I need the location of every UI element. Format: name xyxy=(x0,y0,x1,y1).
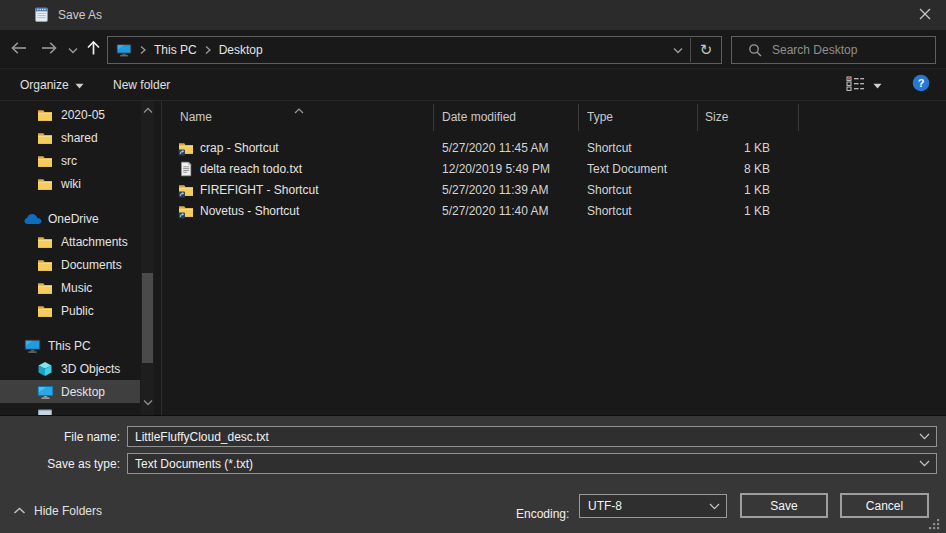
column-header-type[interactable]: Type xyxy=(578,101,697,133)
breadcrumb-chevron-icon xyxy=(204,45,212,55)
sidebar-item[interactable]: src xyxy=(0,149,140,172)
scroll-up-icon[interactable] xyxy=(142,107,153,117)
file-row[interactable]: Novetus - Shortcut 5/27/2020 11:40 AM Sh… xyxy=(165,200,946,221)
close-button[interactable] xyxy=(909,4,941,27)
window-title: Save As xyxy=(58,8,102,22)
back-arrow-icon xyxy=(9,40,29,59)
folder-icon xyxy=(37,303,55,319)
notepad-icon xyxy=(33,6,50,23)
refresh-button[interactable]: ↻ xyxy=(691,37,721,63)
sidebar-item[interactable]: wiki xyxy=(0,172,140,195)
svg-text:?: ? xyxy=(918,77,925,89)
chevron-down-icon[interactable] xyxy=(912,433,936,440)
folder-icon xyxy=(37,107,55,123)
sidebar-item[interactable]: 2020-05 xyxy=(0,103,140,126)
file-row[interactable]: delta reach todo.txt 12/20/2019 5:49 PM … xyxy=(165,158,946,179)
sidebar-item[interactable]: Attachments xyxy=(0,230,140,253)
forward-button[interactable] xyxy=(36,41,62,57)
folder-shortcut-icon xyxy=(178,140,194,156)
file-row[interactable]: crap - Shortcut 5/27/2020 11:45 AM Short… xyxy=(165,137,946,158)
file-date-modified: 5/27/2020 11:45 AM xyxy=(433,137,578,158)
content-area: 2020-05 shared src wiki OneDrive xyxy=(0,101,946,415)
file-date-modified: 5/27/2020 11:40 AM xyxy=(433,200,578,221)
breadcrumb-chevron-icon xyxy=(139,45,147,55)
folder-icon xyxy=(37,234,55,250)
desktop-icon xyxy=(37,384,55,400)
titlebar: Save As xyxy=(0,0,946,30)
breadcrumb-this-pc[interactable]: This PC xyxy=(154,43,197,57)
sidebar-item[interactable]: shared xyxy=(0,126,140,149)
view-options-button[interactable] xyxy=(846,75,882,95)
search-box[interactable] xyxy=(731,36,936,64)
sidebar-item[interactable]: Public xyxy=(0,299,140,322)
sidebar-item[interactable]: Music xyxy=(0,276,140,299)
file-size: 1 KB xyxy=(697,179,798,200)
folder-shortcut-icon xyxy=(178,203,194,219)
sidebar-item[interactable]: Documents xyxy=(0,253,140,276)
chevron-down-icon xyxy=(68,43,78,57)
pane-divider xyxy=(161,101,162,415)
save-button[interactable]: Save xyxy=(740,493,828,518)
chevron-down-icon[interactable] xyxy=(702,503,726,510)
hide-folders-button[interactable]: Hide Folders xyxy=(13,504,102,518)
search-input[interactable] xyxy=(770,42,929,58)
up-button[interactable] xyxy=(84,40,102,58)
column-divider[interactable] xyxy=(697,104,698,131)
file-name: delta reach todo.txt xyxy=(200,162,302,176)
navigation-pane: 2020-05 shared src wiki OneDrive xyxy=(0,101,162,415)
file-name-input[interactable] xyxy=(128,430,912,444)
sidebar-item[interactable]: OneDrive xyxy=(0,207,140,230)
column-header-date-modified[interactable]: Date modified xyxy=(433,101,578,133)
recent-locations-button[interactable] xyxy=(66,46,80,54)
chevron-down-icon[interactable] xyxy=(912,460,936,467)
chevron-down-icon xyxy=(673,43,683,57)
folder-icon xyxy=(37,280,55,296)
folder-icon xyxy=(37,176,55,192)
breadcrumb-desktop[interactable]: Desktop xyxy=(219,43,263,57)
folder-icon xyxy=(37,130,55,146)
help-icon: ? xyxy=(912,74,930,95)
file-name: Novetus - Shortcut xyxy=(200,204,299,218)
cancel-button[interactable]: Cancel xyxy=(840,493,929,518)
file-type: Shortcut xyxy=(578,179,697,200)
file-name-field[interactable] xyxy=(127,426,937,447)
search-icon xyxy=(748,43,762,57)
this-pc-icon xyxy=(116,42,132,58)
sidebar-item[interactable] xyxy=(0,403,140,415)
encoding-select[interactable]: UTF-8 xyxy=(579,494,727,518)
sidebar-scrollbar-thumb[interactable] xyxy=(142,273,153,363)
file-size: 1 KB xyxy=(697,137,798,158)
save-as-type-select[interactable]: Text Documents (*.txt) xyxy=(127,453,937,474)
this-pc-icon xyxy=(24,338,42,354)
scroll-down-icon[interactable] xyxy=(142,399,153,409)
save-as-dialog: Save As This PC Desktop ↻ Organize xyxy=(0,0,946,533)
organize-button[interactable]: Organize xyxy=(20,75,84,95)
file-type: Shortcut xyxy=(578,137,697,158)
file-list: crap - Shortcut 5/27/2020 11:45 AM Short… xyxy=(165,137,946,221)
column-header-size[interactable]: Size xyxy=(697,101,798,133)
details-view-icon xyxy=(846,76,865,94)
address-bar[interactable]: This PC Desktop ↻ xyxy=(107,36,722,64)
organize-label: Organize xyxy=(20,78,69,92)
sidebar-item[interactable]: This PC xyxy=(0,334,140,357)
save-as-type-value: Text Documents (*.txt) xyxy=(128,457,912,471)
onedrive-icon xyxy=(24,211,42,227)
column-divider[interactable] xyxy=(578,104,579,131)
column-headers: Name Date modified Type Size xyxy=(165,101,946,133)
column-divider[interactable] xyxy=(433,104,434,131)
file-size: 8 KB xyxy=(697,158,798,179)
help-button[interactable]: ? xyxy=(912,74,930,94)
resize-grip-icon[interactable] xyxy=(929,519,941,531)
sidebar-scrollbar[interactable] xyxy=(141,101,154,415)
sidebar-item[interactable]: 3D Objects xyxy=(0,357,140,380)
new-folder-button[interactable]: New folder xyxy=(113,75,170,95)
file-row[interactable]: FIREFIGHT - Shortcut 5/27/2020 11:39 AM … xyxy=(165,179,946,200)
back-button[interactable] xyxy=(6,41,32,57)
close-icon xyxy=(919,8,931,23)
file-date-modified: 12/20/2019 5:49 PM xyxy=(433,158,578,179)
navigation-bar: This PC Desktop ↻ xyxy=(0,30,946,68)
address-dropdown-button[interactable] xyxy=(666,43,690,57)
file-type: Text Document xyxy=(578,158,697,179)
sidebar-item[interactable]: Desktop xyxy=(0,380,140,403)
column-divider[interactable] xyxy=(798,104,799,131)
